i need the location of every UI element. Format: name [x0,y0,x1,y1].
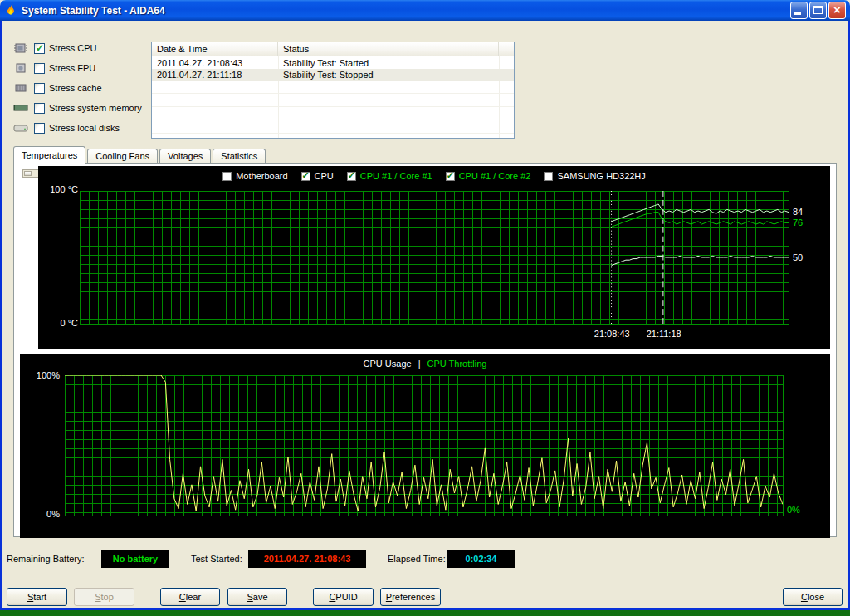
maximize-icon [813,6,823,14]
usage-title-cpu-usage: CPU Usage [364,359,412,369]
usage-axis-min-label: 0% [25,509,60,519]
elapsed-time-value: 0:02:34 [447,550,515,568]
temp-xtick-stop: 21:11:18 [641,329,687,339]
stress-option-memory: Stress system memory [13,100,142,115]
cpuid-button[interactable]: CPUID [313,588,374,606]
stress-cpu-checkbox[interactable] [34,43,45,54]
log-table-header: Date & Time Status [152,42,514,56]
tab-strip: Temperatures Cooling Fans Voltages Stati… [13,146,267,164]
title-bar[interactable]: System Stability Test - AIDA64 × [0,0,850,21]
disk-icon [13,122,28,134]
stress-fpu-label: Stress FPU [49,63,95,73]
legend-label: Motherboard [236,171,287,181]
minimize-icon [794,12,801,15]
empty-table-row [152,81,514,94]
app-window: System Stability Test - AIDA64 × Stress … [0,0,850,610]
legend-checkbox-core2[interactable] [446,172,455,181]
empty-table-row [152,120,514,134]
temperature-plot-area [80,191,789,325]
desktop-background: System Stability Test - AIDA64 × Stress … [0,0,850,616]
legend-item-motherboard: Motherboard [222,171,287,181]
temp-value-label-cpu: 50 [793,252,814,262]
test-started-value: 2011.04.27. 21:08:43 [248,550,366,568]
tab-cooling-fans[interactable]: Cooling Fans [87,149,158,164]
legend-checkbox-motherboard[interactable] [222,172,232,181]
stress-option-cpu: Stress CPU [13,41,96,56]
tab-statistics[interactable]: Statistics [212,149,266,164]
window-title: System Stability Test - AIDA64 [22,5,165,17]
legend-item-hdd: SAMSUNG HD322HJ [544,171,645,181]
legend-item-core1: CPU #1 / Core #1 [347,171,432,181]
stress-cache-label: Stress cache [49,83,102,93]
usage-title-separator: | [418,359,421,369]
legend-label: CPU #1 / Core #2 [459,171,531,181]
window-border [0,21,2,610]
minimize-button[interactable] [790,2,808,19]
column-header-datetime[interactable]: Date & Time [152,42,278,56]
tab-temperatures[interactable]: Temperatures [13,146,85,164]
stress-option-cache: Stress cache [13,81,102,95]
log-status-cell: Stability Test: Stopped [278,69,499,81]
legend-label: CPU [315,171,334,181]
legend-item-core2: CPU #1 / Core #2 [446,171,531,181]
stress-memory-label: Stress system memory [49,103,142,113]
elapsed-time-label: Elapsed Time: [388,550,446,568]
close-icon: × [829,2,845,18]
remaining-battery-value: No battery [101,550,169,568]
tab-voltages[interactable]: Voltages [159,149,211,164]
empty-table-row [152,94,514,107]
stress-disks-checkbox[interactable] [34,123,45,134]
column-header-status[interactable]: Status [278,42,499,56]
log-datetime-cell: 2011.04.27. 21:08:43 [152,57,278,69]
close-dialog-button[interactable]: Close [783,588,843,606]
temperature-chart-panel: Motherboard CPU CPU #1 / Core #1 CPU #1 … [38,166,830,349]
event-log-table: Date & Time Status 2011.04.27. 21:08:43 … [151,42,515,139]
preferences-button[interactable]: Preferences [380,588,441,606]
temp-xtick-start: 21:08:43 [589,329,635,339]
stress-memory-checkbox[interactable] [34,103,45,114]
usage-title-cpu-throttling[interactable]: CPU Throttling [427,359,487,369]
maximize-button[interactable] [809,2,827,19]
usage-current-value-label: 0% [787,505,800,515]
legend-checkbox-core1[interactable] [347,172,356,181]
stress-disks-label: Stress local disks [49,123,120,133]
table-row[interactable]: 2011.04.27. 21:11:18 Stability Test: Sto… [152,69,514,81]
stress-cache-checkbox[interactable] [34,83,45,94]
temperature-chart-legend: Motherboard CPU CPU #1 / Core #1 CPU #1 … [38,171,830,181]
temp-axis-max-label: 100 °C [42,184,78,194]
start-button[interactable]: Start [7,588,67,606]
legend-checkbox-hdd[interactable] [544,172,553,181]
column-header-filler [499,42,514,56]
cpu-icon [13,42,28,54]
stress-option-disks: Stress local disks [13,120,120,135]
clear-button[interactable]: Clear [160,588,220,606]
app-flame-icon [4,4,17,17]
legend-label: SAMSUNG HD322HJ [557,171,645,181]
remaining-battery-label: Remaining Battery: [7,550,85,568]
slider-thumb[interactable] [24,171,32,176]
legend-label: CPU #1 / Core #1 [360,171,432,181]
legend-item-cpu: CPU [301,171,334,181]
temp-value-label-core2: 76 [793,218,814,227]
legend-checkbox-cpu[interactable] [301,172,310,181]
usage-line [65,375,783,516]
stress-fpu-checkbox[interactable] [34,63,45,74]
stress-cpu-label: Stress CPU [49,43,96,53]
log-status-cell: Stability Test: Started [278,57,499,69]
usage-plot-area [65,375,784,516]
memory-icon [13,102,28,114]
close-button[interactable]: × [828,2,846,19]
test-started-label: Test Started: [191,550,242,568]
save-button[interactable]: Save [227,588,287,606]
table-row[interactable]: 2011.04.27. 21:08:43 Stability Test: Sta… [152,57,514,69]
stress-option-fpu: Stress FPU [13,61,95,76]
usage-axis-max-label: 100% [25,370,60,380]
temp-value-label-core1: 84 [793,207,814,217]
temperature-lines [80,191,789,324]
stop-button[interactable]: Stop [74,588,134,606]
temp-axis-min-label: 0 °C [42,318,78,328]
cache-icon [13,82,28,94]
log-datetime-cell: 2011.04.27. 21:11:18 [152,69,278,81]
window-border [0,608,850,610]
empty-table-row [152,107,514,120]
